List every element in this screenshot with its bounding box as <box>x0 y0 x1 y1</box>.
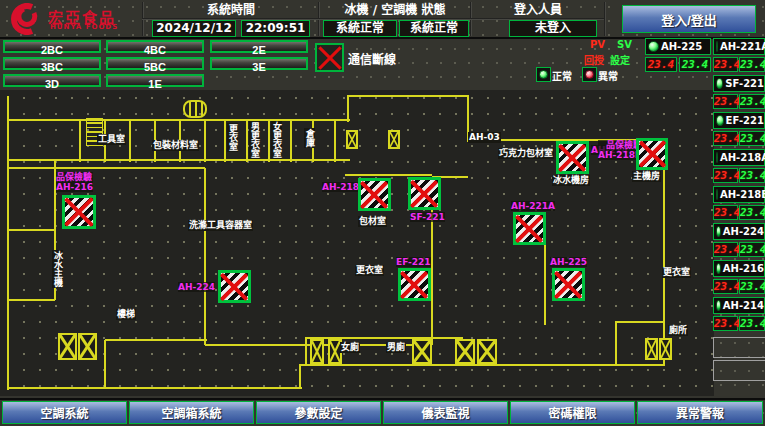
stairs-x-icon <box>346 130 358 149</box>
system-clock-value: 22:09:51 <box>241 20 310 37</box>
unit-sv-display: 23.4 <box>739 205 765 220</box>
nav-button-alarm[interactable]: 異常警報 <box>637 401 763 424</box>
login-logout-button[interactable]: 登入/登出 <box>622 5 756 33</box>
unit-pv-display: 23.4 <box>713 205 738 220</box>
floor-button-3bc[interactable]: 3BC <box>3 57 101 70</box>
abnormal-led-icon <box>582 67 597 82</box>
unit-sv-display: 23.4 <box>739 242 765 257</box>
unit-name: AH-214 <box>723 300 764 311</box>
unit-status-led-icon <box>716 41 718 52</box>
offline-unit-marker-ah218b[interactable] <box>636 138 668 170</box>
unit-status-led-icon <box>716 189 718 200</box>
stairs-x-icon <box>78 333 97 360</box>
ac-status-value: 系統正常 <box>399 20 469 37</box>
system-date-value: 2024/12/12 <box>152 20 236 37</box>
room-label: 倉庫 <box>304 128 315 148</box>
unit-map-label: SF-221 <box>410 212 445 222</box>
unit-name: AH-216 <box>723 263 764 274</box>
empty-slot <box>713 360 765 381</box>
floor-button-1e[interactable]: 1E <box>106 74 204 87</box>
room-label: 女更衣室 <box>271 121 282 159</box>
pv-label: PV <box>590 39 605 50</box>
offline-unit-marker-ah214[interactable] <box>556 141 589 174</box>
offline-unit-marker-ef221[interactable] <box>398 268 431 301</box>
unit-status-led-icon <box>716 115 724 126</box>
room-label: 男廁 <box>386 342 406 353</box>
normal-led-icon <box>536 67 551 82</box>
stairs-x-icon <box>645 338 658 360</box>
abnormal-legend-label: 異常 <box>598 68 618 83</box>
offline-unit-marker-ah216[interactable] <box>62 195 96 229</box>
unit-pv-display: 23.4 <box>645 57 677 72</box>
stairs-x-icon <box>659 338 672 360</box>
unit-map-label: AH-224 <box>178 282 215 292</box>
elevator-icon <box>183 100 207 118</box>
empty-slot <box>713 337 765 358</box>
unit-row-ah216[interactable]: AH-216 <box>713 260 765 277</box>
comm-offline-x-icon <box>315 43 344 72</box>
unit-row-ah225[interactable]: AH-225 <box>645 38 711 55</box>
room-label: 樓梯 <box>116 309 136 320</box>
unit-status-led-icon <box>648 41 659 52</box>
room-label: 廁所 <box>668 325 688 336</box>
unit-row-ah218b[interactable]: AH-218B <box>713 186 765 203</box>
room-label: 男更衣室 <box>249 121 260 159</box>
room-label: 女廁 <box>340 342 360 353</box>
room-label: 更衣室 <box>662 267 691 278</box>
normal-legend-label: 正常 <box>552 68 572 83</box>
nav-button-password-auth[interactable]: 密碼權限 <box>510 401 635 424</box>
offline-unit-marker-sf221[interactable] <box>408 177 441 210</box>
room-label: 包材室 <box>358 216 387 227</box>
stairs-x-icon <box>58 333 77 360</box>
sv-label: SV <box>617 39 632 50</box>
unit-row-sf221[interactable]: SF-221 <box>713 75 765 92</box>
floor-button-5bc[interactable]: 5BC <box>106 57 204 70</box>
room-label: 主機房 <box>632 171 661 182</box>
chiller-status-value: 系統正常 <box>323 20 397 37</box>
unit-row-ef221[interactable]: EF-221 <box>713 112 765 129</box>
unit-pv-display: 23.4 <box>713 94 738 109</box>
unit-sv-display: 23.4 <box>739 168 765 183</box>
stairs-x-icon <box>310 339 324 364</box>
offline-unit-marker-ah221a[interactable] <box>513 212 546 245</box>
login-status-value: 未登入 <box>509 20 597 37</box>
room-label: 更衣室 <box>355 265 384 276</box>
nav-button-ahu-system[interactable]: 空調箱系統 <box>129 401 254 424</box>
nav-button-meter-monitor[interactable]: 儀表監視 <box>383 401 508 424</box>
nav-button-param-setting[interactable]: 參數設定 <box>256 401 381 424</box>
stairs-x-icon <box>477 339 497 364</box>
unit-pv-display: 23.4 <box>713 57 738 72</box>
top-bar: 宏亞食品 HUNYA FOODS 系統時間 2024/12/12 22:09:5… <box>0 0 765 37</box>
floor-button-3e[interactable]: 3E <box>210 57 308 70</box>
offline-unit-marker-ah225[interactable] <box>552 268 585 301</box>
offline-unit-marker-ah218a[interactable] <box>358 178 391 211</box>
floor-button-2e[interactable]: 2E <box>210 40 308 53</box>
floor-button-3d[interactable]: 3D <box>3 74 101 87</box>
unit-sv-display: 23.4 <box>739 57 765 72</box>
sv-cn-label: 設定 <box>610 52 630 67</box>
unit-row-ah224[interactable]: AH-224 <box>713 223 765 240</box>
offline-unit-marker-ah224[interactable] <box>218 270 251 303</box>
room-label: 洗滌工具容器室 <box>188 220 253 231</box>
logo-company-subtitle: HUNYA FOODS <box>50 23 118 31</box>
unit-map-label-line2: AH-216 <box>56 182 93 192</box>
nav-button-hvac-system[interactable]: 空調系統 <box>2 401 127 424</box>
unit-sv-display: 23.4 <box>739 316 765 331</box>
login-user-label: 登入人員 <box>472 2 604 18</box>
divider <box>604 2 606 36</box>
unit-map-label: EF-221 <box>396 257 431 267</box>
room-label: 巧克力包材室 <box>498 148 554 159</box>
unit-status-led-icon <box>716 226 721 237</box>
floor-button-4bc[interactable]: 4BC <box>106 40 204 53</box>
unit-pv-display: 23.4 <box>713 168 738 183</box>
unit-name: EF-221 <box>726 115 764 126</box>
unit-row-ah218a[interactable]: AH-218A <box>713 149 765 166</box>
room-label: 冰水機房 <box>552 175 590 186</box>
unit-name: AH-218B <box>720 189 765 200</box>
unit-map-label: AH-221A <box>511 201 555 211</box>
unit-name: AH-225 <box>661 41 702 52</box>
unit-row-ah214[interactable]: AH-214 <box>713 297 765 314</box>
unit-row-ah221a[interactable]: AH-221A <box>713 38 765 55</box>
floor-button-2bc[interactable]: 2BC <box>3 40 101 53</box>
unit-pv-display: 23.4 <box>713 131 738 146</box>
